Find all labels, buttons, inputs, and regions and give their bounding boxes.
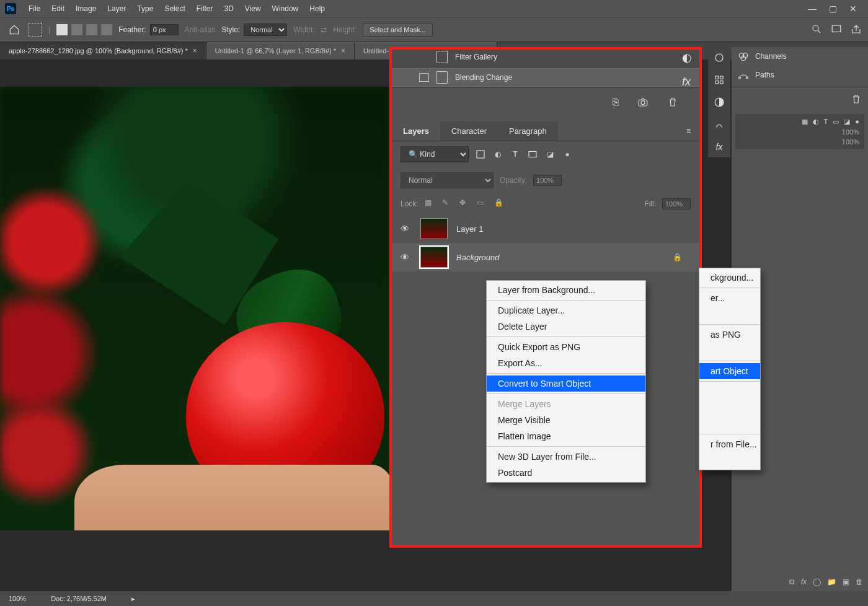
- workspace-icon[interactable]: [831, 24, 842, 37]
- mask-icon[interactable]: ◯: [813, 577, 821, 586]
- menu-type[interactable]: Type: [132, 2, 158, 15]
- menu-help[interactable]: Help: [304, 2, 330, 15]
- create-document-icon[interactable]: ⎘: [613, 97, 619, 110]
- layer-name[interactable]: Layer 1: [456, 224, 483, 234]
- fx-icon[interactable]: fx: [682, 76, 692, 89]
- link-layers-icon[interactable]: ⧉: [789, 577, 795, 586]
- ctx-item-partial[interactable]: [699, 400, 760, 416]
- lock-brush-icon[interactable]: ✎: [442, 198, 453, 209]
- menu-image[interactable]: Image: [71, 2, 101, 15]
- ctx-item-partial[interactable]: as PNG: [699, 327, 760, 343]
- close-icon[interactable]: ×: [341, 46, 345, 55]
- document-tab-2[interactable]: Untitled-1 @ 66,7% (Layer 1, RGB/8#) *×: [206, 42, 355, 59]
- filter-shape-icon[interactable]: ▭: [833, 118, 839, 126]
- history-item-2[interactable]: Blending Change: [392, 68, 699, 88]
- ctx-item-partial-hover[interactable]: art Object: [699, 363, 760, 379]
- tab-character[interactable]: Character: [440, 121, 498, 141]
- new-layer-icon[interactable]: ▣: [843, 577, 849, 586]
- trash-icon[interactable]: [851, 94, 862, 107]
- snapshot-camera-icon[interactable]: [637, 97, 649, 110]
- search-icon[interactable]: [811, 24, 822, 37]
- layer-row-1[interactable]: 👁 Layer 1: [392, 214, 699, 243]
- share-icon[interactable]: [851, 24, 862, 37]
- opacity-input[interactable]: [533, 175, 562, 186]
- maximize-button[interactable]: ▢: [829, 4, 837, 14]
- subtract-selection-icon[interactable]: [86, 24, 97, 35]
- tab-layers[interactable]: Layers: [392, 121, 440, 141]
- ctx-layer-from-background[interactable]: Layer from Background...: [487, 282, 645, 298]
- ctx-item-partial[interactable]: [699, 343, 760, 359]
- filter-smart-icon[interactable]: ◪: [544, 149, 556, 160]
- zoom-readout[interactable]: 100%: [9, 595, 26, 602]
- ctx-export-as[interactable]: Export As...: [487, 355, 645, 371]
- paths-panel-button[interactable]: Paths: [732, 66, 868, 84]
- menu-3d[interactable]: 3D: [219, 2, 238, 15]
- filter-toggle-icon[interactable]: ●: [562, 149, 573, 160]
- fx-icon[interactable]: fx: [712, 140, 726, 154]
- filter-shape-icon[interactable]: [527, 149, 538, 160]
- ctx-item-partial[interactable]: ckground...: [699, 270, 760, 286]
- filter-adjust-icon[interactable]: ◐: [492, 149, 503, 160]
- channels-panel-button[interactable]: Channels: [732, 47, 868, 66]
- filter-adjust-icon[interactable]: ◐: [813, 118, 819, 126]
- menu-edit[interactable]: Edit: [46, 2, 69, 15]
- filter-type-icon[interactable]: T: [824, 118, 828, 126]
- status-menu-icon[interactable]: ▸: [131, 595, 135, 603]
- lock-transparency-icon[interactable]: ▦: [425, 198, 436, 209]
- styles-icon[interactable]: [712, 118, 726, 131]
- menu-layer[interactable]: Layer: [102, 2, 131, 15]
- menu-filter[interactable]: Filter: [192, 2, 218, 15]
- filter-pixel-icon[interactable]: ▦: [802, 118, 808, 126]
- doc-size-readout[interactable]: Doc: 2,76M/5.52M: [51, 595, 107, 602]
- ctx-postcard[interactable]: Postcard: [487, 465, 645, 481]
- close-button[interactable]: ✕: [849, 4, 857, 14]
- menu-select[interactable]: Select: [159, 2, 190, 15]
- layer-row-background[interactable]: 👁 Background 🔒: [392, 243, 699, 271]
- filter-smart-icon[interactable]: ◪: [844, 118, 850, 126]
- adjustments-icon[interactable]: ◐: [682, 51, 692, 64]
- ctx-item-partial[interactable]: [699, 416, 760, 432]
- new-selection-icon[interactable]: [56, 24, 68, 35]
- ctx-delete-layer[interactable]: Delete Layer: [487, 318, 645, 335]
- filter-type-icon[interactable]: T: [510, 149, 521, 160]
- filter-toggle-icon[interactable]: ●: [855, 118, 859, 126]
- blend-mode-select[interactable]: Normal: [401, 172, 494, 188]
- ctx-item-partial[interactable]: [699, 452, 760, 468]
- layer-thumbnail[interactable]: [420, 218, 448, 239]
- marquee-tool-icon[interactable]: [29, 23, 42, 37]
- menu-file[interactable]: File: [24, 2, 45, 15]
- menu-window[interactable]: Window: [267, 2, 304, 15]
- feather-input[interactable]: [150, 24, 179, 35]
- minimize-button[interactable]: —: [808, 4, 817, 14]
- lock-position-icon[interactable]: ✥: [459, 198, 471, 209]
- filter-pixel-icon[interactable]: [475, 149, 486, 160]
- lock-all-icon[interactable]: 🔒: [494, 198, 505, 209]
- tab-paragraph[interactable]: Paragraph: [498, 121, 558, 141]
- folder-icon[interactable]: 📁: [827, 577, 836, 586]
- ctx-merge-visible[interactable]: Merge Visible: [487, 412, 645, 428]
- home-button[interactable]: [6, 22, 22, 38]
- document-tab-1[interactable]: apple-2788662_1280.jpg @ 100% (Backgroun…: [0, 42, 206, 59]
- close-icon[interactable]: ×: [193, 46, 197, 55]
- style-select[interactable]: Normal: [244, 24, 287, 36]
- visibility-eye-icon[interactable]: 👁: [401, 252, 412, 262]
- select-and-mask-button[interactable]: Select and Mask...: [363, 23, 433, 37]
- trash-icon[interactable]: 🗑: [856, 577, 863, 586]
- panel-menu-icon[interactable]: ≡: [678, 121, 699, 141]
- color-icon[interactable]: [712, 51, 726, 64]
- adjustments-icon[interactable]: [712, 95, 726, 109]
- intersect-selection-icon[interactable]: [101, 24, 112, 35]
- fill-input[interactable]: [662, 198, 691, 209]
- ctx-item-partial[interactable]: r from File...: [699, 436, 760, 452]
- ctx-item-partial[interactable]: er...: [699, 290, 760, 306]
- visibility-eye-icon[interactable]: 👁: [401, 224, 412, 234]
- ctx-flatten-image[interactable]: Flatten Image: [487, 428, 645, 444]
- layer-filter-select[interactable]: 🔍 Kind: [401, 146, 469, 162]
- layer-thumbnail[interactable]: [420, 247, 448, 268]
- menu-view[interactable]: View: [240, 2, 266, 15]
- canvas[interactable]: [0, 87, 389, 530]
- ctx-quick-export-png[interactable]: Quick Export as PNG: [487, 339, 645, 355]
- fx-icon[interactable]: fx: [801, 577, 807, 586]
- lock-artboard-icon[interactable]: ▭: [477, 198, 488, 209]
- layer-name[interactable]: Background: [456, 253, 499, 262]
